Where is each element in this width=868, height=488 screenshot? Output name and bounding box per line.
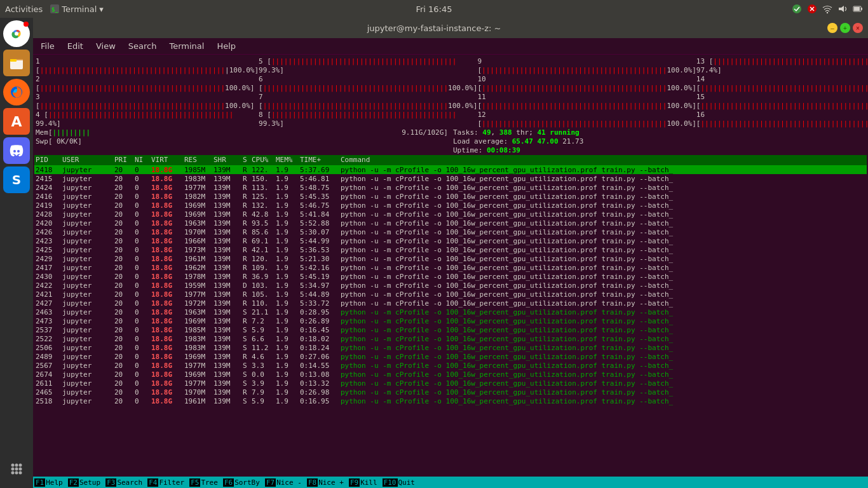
header-cmd[interactable]: Command [341, 155, 370, 165]
header-user[interactable]: USER [62, 155, 114, 165]
table-row[interactable]: 2489 jupyter 20 0 18.8G 1969M 139M R 4.6… [34, 352, 867, 361]
window-title: jupyter@my-fastai-instance-z: ~ [367, 24, 501, 33]
menu-help[interactable]: Help [212, 40, 241, 52]
fn-f7[interactable]: F7Nice - [265, 478, 307, 487]
header-res[interactable]: RES [184, 155, 214, 165]
header-cpu[interactable]: CPU% [252, 155, 276, 165]
svg-point-20 [11, 464, 15, 467]
table-row[interactable]: 2537 jupyter 20 0 18.8G 1985M 139M S 5.9… [34, 325, 867, 334]
header-s[interactable]: S [243, 155, 252, 165]
window-title-text: jupyter@my-fastai-instance-z: ~ [367, 24, 501, 33]
table-row[interactable]: 2417 jupyter 20 0 18.8G 1962M 139M R 109… [34, 263, 867, 272]
mem-row: Mem[||||||||| 9.11G/102G] [36, 128, 448, 137]
header-shr[interactable]: SHR [214, 155, 243, 165]
table-row[interactable]: 2426 jupyter 20 0 18.8G 1970M 139M R 85.… [34, 227, 867, 236]
table-row[interactable]: 2423 jupyter 20 0 18.8G 1966M 139M R 69.… [34, 236, 867, 245]
table-row[interactable]: 2421 jupyter 20 0 18.8G 1977M 139M R 105… [34, 290, 867, 299]
table-row[interactable]: 2418 jupyter 20 0 18.8G 1985M 139M R 122… [34, 165, 867, 174]
svg-rect-10 [861, 8, 862, 10]
cpu-4: 4 [|||||||||||||||||||||||||||||||||||||… [36, 111, 259, 128]
activities-button[interactable]: Activities [5, 4, 43, 14]
table-row[interactable]: 2428 jupyter 20 0 18.8G 1969M 139M R 42.… [34, 210, 867, 219]
table-row[interactable]: 2427 jupyter 20 0 18.8G 1972M 139M R 110… [34, 299, 867, 308]
load-avg-row: Load average: 65.47 47.00 21.73 [453, 137, 865, 146]
process-list: 2418 jupyter 20 0 18.8G 1985M 139M R 122… [34, 165, 867, 405]
maximize-button[interactable]: + [840, 23, 850, 33]
table-row[interactable]: 2674 jupyter 20 0 18.8G 1969M 139M S 0.0… [34, 370, 867, 379]
svg-text:$_: $_ [51, 6, 58, 13]
table-row[interactable]: 2419 jupyter 20 0 18.8G 1969M 139M R 132… [34, 201, 867, 210]
menu-search[interactable]: Search [123, 40, 162, 52]
cpu-16: 16 [||||||||||||||||||||||||||||||||||||… [696, 111, 868, 128]
sidebar-icon-software[interactable]: A [3, 108, 30, 135]
battery-icon [853, 4, 863, 14]
fn-f2[interactable]: F2Setup [68, 478, 105, 487]
main-window: jupyter@my-fastai-instance-z: ~ – + × Fi… [33, 18, 868, 488]
header-time[interactable]: TIME+ [300, 155, 341, 165]
fn-f6[interactable]: F6SortBy [223, 478, 265, 487]
table-row[interactable]: 2567 jupyter 20 0 18.8G 1977M 139M S 3.3… [34, 361, 867, 370]
table-row[interactable]: 2425 jupyter 20 0 18.8G 1973M 139M R 42.… [34, 245, 867, 254]
table-row[interactable]: 2429 jupyter 20 0 18.8G 1961M 139M R 120… [34, 254, 867, 263]
table-row[interactable]: 2518 jupyter 20 0 18.8G 1961M 139M S 5.9… [34, 396, 867, 405]
cpu-9: 9 [|||||||||||||||||||||||||||||||||||||… [477, 57, 696, 75]
table-row[interactable]: 2522 jupyter 20 0 18.8G 1983M 139M S 6.6… [34, 334, 867, 343]
sidebar-icon-skype[interactable]: S [3, 166, 30, 193]
top-bar-left: Activities $_ Terminal ▾ [5, 4, 104, 14]
svg-point-27 [15, 471, 18, 475]
terminal-dropdown-icon[interactable]: ▾ [99, 4, 104, 14]
svg-point-23 [11, 468, 15, 471]
cpu-3: 3 [|||||||||||||||||||||||||||||||||||||… [36, 93, 259, 111]
terminal-menu[interactable]: $_ Terminal ▾ [50, 4, 103, 14]
table-row[interactable]: 2506 jupyter 20 0 18.8G 1983M 139M S 11.… [34, 343, 867, 352]
header-pid[interactable]: PID [36, 155, 62, 165]
header-pri[interactable]: PRI [114, 155, 135, 165]
apps-grid-icon[interactable] [8, 460, 25, 480]
menu-file[interactable]: File [36, 40, 60, 52]
terminal-content[interactable]: 1 [|||||||||||||||||||||||||||||||||||||… [33, 55, 868, 477]
svg-point-18 [13, 150, 16, 152]
menu-view[interactable]: View [91, 40, 121, 52]
svg-rect-15 [10, 59, 17, 62]
menu-bar: File Edit View Search Terminal Help [33, 38, 868, 55]
sidebar-icon-files[interactable] [3, 50, 30, 76]
header-virt[interactable]: VIRT [151, 155, 184, 165]
table-row[interactable]: 2473 jupyter 20 0 18.8G 1969M 139M R 7.2… [34, 316, 867, 325]
svg-point-21 [15, 464, 18, 467]
cpu-5: 5 [|||||||||||||||||||||||||||||||||||||… [259, 57, 477, 75]
sidebar-icon-chrome[interactable] [3, 20, 30, 47]
sidebar-icon-firefox[interactable] [3, 79, 30, 105]
sidebar-icon-discord[interactable] [3, 137, 30, 164]
menu-edit[interactable]: Edit [62, 40, 88, 52]
table-row[interactable]: 2465 jupyter 20 0 18.8G 1970M 139M R 7.9… [34, 388, 867, 396]
table-row[interactable]: 2463 jupyter 20 0 18.8G 1963M 139M S 21.… [34, 308, 867, 316]
cpu-14: 14 [||||||||||||||||||||||||||||||||||||… [696, 75, 868, 93]
close-button[interactable]: × [853, 23, 863, 33]
window-titlebar: jupyter@my-fastai-instance-z: ~ – + × [33, 18, 868, 38]
table-row[interactable]: 2422 jupyter 20 0 18.8G 1959M 139M D 103… [34, 281, 867, 290]
menu-terminal[interactable]: Terminal [164, 40, 209, 52]
table-row[interactable]: 2416 jupyter 20 0 18.8G 1982M 139M R 125… [34, 192, 867, 201]
fn-f8[interactable]: F8Nice + [307, 478, 349, 487]
table-row[interactable]: 2611 jupyter 20 0 18.8G 1977M 139M S 3.9… [34, 379, 867, 388]
fn-f4[interactable]: F4Filter [147, 478, 189, 487]
svg-marker-7 [839, 6, 844, 12]
fn-f5[interactable]: F5Tree [189, 478, 223, 487]
fn-f10[interactable]: F10Quit [383, 478, 420, 487]
table-row[interactable]: 2424 jupyter 20 0 18.8G 1977M 139M R 113… [34, 183, 867, 192]
mem-right-stats: Tasks: 49, 388 thr; 41 running Load aver… [448, 128, 865, 155]
mem-left: Mem[||||||||| 9.11G/102G] Swp[ 0K/0K] [36, 128, 448, 155]
minimize-button[interactable]: – [827, 23, 837, 33]
table-row[interactable]: 2415 jupyter 20 0 18.8G 1983M 139M R 150… [34, 174, 867, 183]
cpu-7: 7 [|||||||||||||||||||||||||||||||||||||… [259, 93, 477, 111]
header-mem[interactable]: MEM% [276, 155, 300, 165]
fn-f3[interactable]: F3Search [105, 478, 147, 487]
svg-point-26 [11, 471, 15, 475]
table-row[interactable]: 2430 jupyter 20 0 18.8G 1978M 139M R 36.… [34, 272, 867, 281]
svg-point-28 [19, 471, 22, 475]
fn-f1[interactable]: F1Help [34, 478, 68, 487]
header-ni[interactable]: NI [135, 155, 151, 165]
svg-point-24 [15, 468, 18, 471]
fn-f9[interactable]: F9Kill [349, 478, 383, 487]
table-row[interactable]: 2420 jupyter 20 0 18.8G 1963M 139M R 93.… [34, 219, 867, 227]
